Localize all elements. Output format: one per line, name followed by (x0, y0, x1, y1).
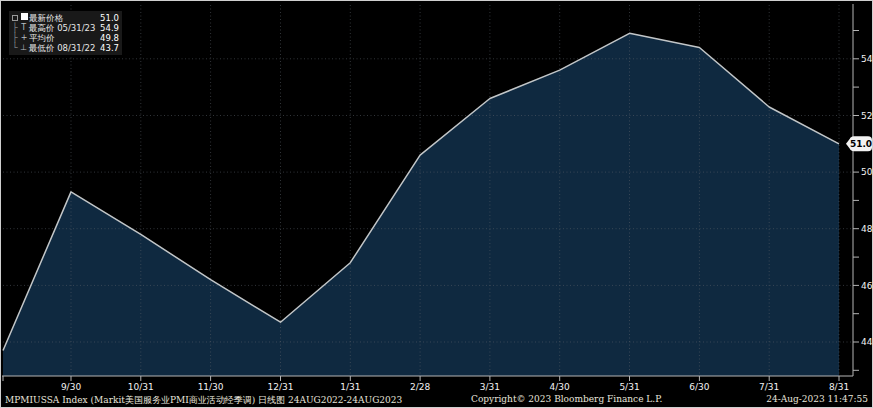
chart-plot-region[interactable]: 44.046.048.050.052.054.09/3010/3111/3012… (1, 1, 872, 392)
legend-date: 05/31/23 (57, 23, 95, 33)
legend-label: 平均价 (29, 33, 55, 43)
legend-panel[interactable]: 最新价格 51.0 ├ T 最高价 05/31/23 54.9 ├ + 平均价 … (9, 11, 122, 55)
legend-value: 49.8 (97, 33, 119, 43)
x-axis-label: 2/28 (410, 382, 430, 392)
copyright-text: Copyright© 2023 Bloomberg Finance L.P. (471, 394, 662, 404)
y-axis-label: 54.0 (861, 54, 872, 64)
tree-branch-icon: ├ (11, 33, 19, 43)
x-axis-label: 9/30 (61, 382, 81, 392)
y-axis-label: 52.0 (861, 111, 872, 121)
x-axis-label: 11/30 (198, 382, 224, 392)
x-axis-label: 5/31 (619, 382, 639, 392)
y-axis-label: 44.0 (861, 337, 872, 347)
legend-value: 54.9 (97, 23, 119, 33)
x-axis-label: 1/31 (340, 382, 360, 392)
legend-row-low: └ ⊥ 最低价 08/31/22 43.7 (11, 43, 119, 53)
security-title: MPMIUSSA Index (Markit美国服务业PMI商业活动经季调) 日… (5, 394, 402, 407)
status-bar: MPMIUSSA Index (Markit美国服务业PMI商业活动经季调) 日… (1, 391, 872, 407)
timestamp: 24-Aug-2023 11:47:55 (766, 394, 868, 404)
x-axis-label: 10/31 (128, 382, 154, 392)
legend-row-average: ├ + 平均价 49.8 (11, 33, 119, 43)
legend-date: 08/31/22 (57, 43, 95, 53)
bloomberg-chart-window: 44.046.048.050.052.054.09/3010/3111/3012… (0, 0, 873, 408)
average-marker-icon: + (19, 33, 29, 43)
legend-value: 43.7 (97, 43, 119, 53)
series-swatch-icon (19, 13, 29, 23)
x-axis-label: 3/31 (480, 382, 500, 392)
y-axis-label: 50.0 (861, 167, 872, 177)
pmi-area-chart[interactable]: 44.046.048.050.052.054.09/3010/3111/3012… (1, 1, 872, 392)
x-axis-label: 7/31 (759, 382, 779, 392)
area-fill (3, 33, 839, 376)
x-axis-label: 4/30 (550, 382, 570, 392)
low-marker-icon: ⊥ (19, 43, 29, 53)
legend-row-last-price: 最新价格 51.0 (11, 13, 119, 23)
tree-branch-icon: ├ (11, 23, 19, 33)
y-axis-label: 48.0 (861, 224, 872, 234)
x-axis-label: 8/31 (829, 382, 849, 392)
legend-label: 最新价格 (29, 13, 63, 23)
legend-label: 最低价 (29, 43, 55, 53)
last-price-label: 51.0 (850, 139, 872, 149)
x-axis-label: 12/31 (268, 382, 294, 392)
legend-row-high: ├ T 最高价 05/31/23 54.9 (11, 23, 119, 33)
legend-value: 51.0 (97, 13, 119, 23)
high-marker-icon: T (19, 23, 29, 33)
x-axis-label: 6/30 (689, 382, 709, 392)
legend-label: 最高价 (29, 23, 55, 33)
legend-handle-icon (11, 13, 19, 23)
y-axis-label: 46.0 (861, 281, 872, 291)
tree-end-icon: └ (11, 43, 19, 53)
